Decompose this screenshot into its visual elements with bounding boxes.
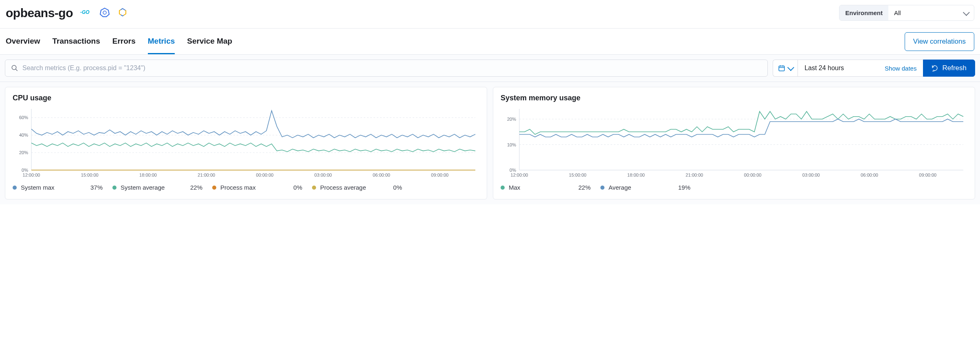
svg-text:09:00:00: 09:00:00 <box>919 173 936 177</box>
legend-dot-icon <box>600 186 604 190</box>
svg-text:60%: 60% <box>19 115 28 120</box>
legend-label: Average <box>609 184 631 191</box>
svg-text:15:00:00: 15:00:00 <box>569 173 587 177</box>
tab-service-map[interactable]: Service Map <box>187 29 232 54</box>
legend-item[interactable]: Max22% <box>501 184 600 191</box>
show-dates-link[interactable]: Show dates <box>885 65 916 72</box>
memory-usage-chart: 0%10%20%12:00:0015:00:0018:00:0021:00:00… <box>501 106 967 180</box>
legend-dot-icon <box>112 186 116 190</box>
panel-title: System memory usage <box>501 94 967 102</box>
tab-errors[interactable]: Errors <box>112 29 136 54</box>
environment-selector[interactable]: Environment All <box>839 5 974 21</box>
refresh-icon <box>932 65 938 71</box>
legend-value: 22% <box>190 184 202 191</box>
time-range-display[interactable]: Last 24 hours Show dates <box>798 60 923 77</box>
legend-dot-icon <box>501 186 505 190</box>
tab-overview[interactable]: Overview <box>6 29 40 54</box>
legend-label: System max <box>21 184 55 191</box>
svg-point-2 <box>103 11 106 14</box>
svg-text:12:00:00: 12:00:00 <box>23 173 40 177</box>
svg-text:0%: 0% <box>510 168 516 173</box>
legend-label: Process max <box>220 184 256 191</box>
chevron-down-icon <box>963 9 970 16</box>
search-input[interactable] <box>22 64 762 72</box>
filter-bar: Last 24 hours Show dates Refresh <box>0 55 980 82</box>
cloud-icon <box>118 7 127 18</box>
legend-value: 22% <box>578 184 591 191</box>
panels-row: CPU usage 0%20%40%60%12:00:0015:00:0018:… <box>0 82 980 204</box>
svg-text:18:00:00: 18:00:00 <box>627 173 645 177</box>
svg-text:-GO: -GO <box>80 9 90 15</box>
svg-rect-7 <box>779 66 784 71</box>
svg-text:09:00:00: 09:00:00 <box>431 173 448 177</box>
tabs-bar: OverviewTransactionsErrorsMetricsService… <box>0 29 980 55</box>
svg-text:20%: 20% <box>19 150 28 155</box>
svg-text:10%: 10% <box>507 142 516 147</box>
legend-item[interactable]: System average22% <box>112 184 212 191</box>
cpu-usage-chart: 0%20%40%60%12:00:0015:00:0018:00:0021:00… <box>13 106 479 180</box>
tab-transactions[interactable]: Transactions <box>53 29 100 54</box>
search-input-wrapper[interactable] <box>5 60 768 77</box>
svg-text:06:00:00: 06:00:00 <box>861 173 878 177</box>
legend-item[interactable]: Process average0% <box>312 184 412 191</box>
svg-text:15:00:00: 15:00:00 <box>81 173 99 177</box>
svg-text:0%: 0% <box>22 168 28 173</box>
view-correlations-button[interactable]: View correlations <box>905 32 974 51</box>
legend-dot-icon <box>312 186 316 190</box>
cpu-usage-panel: CPU usage 0%20%40%60%12:00:0015:00:0018:… <box>5 87 487 199</box>
svg-text:12:00:00: 12:00:00 <box>511 173 528 177</box>
svg-text:03:00:00: 03:00:00 <box>802 173 820 177</box>
legend-value: 0% <box>293 184 302 191</box>
go-lang-icon: -GO <box>80 9 92 17</box>
legend-value: 37% <box>90 184 103 191</box>
page-header: opbeans-go -GO Environment All <box>0 0 980 29</box>
svg-text:20%: 20% <box>507 117 516 122</box>
time-range-label: Last 24 hours <box>804 64 844 72</box>
svg-point-5 <box>12 65 16 70</box>
svg-text:00:00:00: 00:00:00 <box>256 173 274 177</box>
search-icon <box>11 64 18 72</box>
legend-value: 19% <box>678 184 690 191</box>
svg-text:40%: 40% <box>19 133 28 137</box>
svg-text:21:00:00: 21:00:00 <box>686 173 703 177</box>
svg-text:00:00:00: 00:00:00 <box>744 173 762 177</box>
legend-label: System average <box>121 184 165 191</box>
legend-item[interactable]: Process max0% <box>212 184 312 191</box>
time-picker-button[interactable] <box>773 60 798 77</box>
legend-label: Process average <box>320 184 366 191</box>
environment-label: Environment <box>839 5 888 20</box>
refresh-button[interactable]: Refresh <box>923 60 975 77</box>
svg-text:06:00:00: 06:00:00 <box>373 173 390 177</box>
svg-line-6 <box>15 69 18 71</box>
legend-dot-icon <box>212 186 216 190</box>
svg-marker-1 <box>100 8 109 17</box>
calendar-icon <box>778 64 785 72</box>
legend-label: Max <box>509 184 520 191</box>
page-title: opbeans-go <box>6 6 73 20</box>
svg-text:03:00:00: 03:00:00 <box>314 173 332 177</box>
tab-metrics[interactable]: Metrics <box>148 29 175 54</box>
environment-value: All <box>894 9 901 16</box>
svg-text:18:00:00: 18:00:00 <box>139 173 157 177</box>
svg-text:21:00:00: 21:00:00 <box>198 173 215 177</box>
legend-dot-icon <box>13 186 17 190</box>
memory-usage-panel: System memory usage 0%10%20%12:00:0015:0… <box>493 87 975 199</box>
chevron-down-icon <box>787 64 794 71</box>
kubernetes-icon <box>100 7 110 18</box>
legend-item[interactable]: Average19% <box>600 184 700 191</box>
legend-item[interactable]: System max37% <box>13 184 112 191</box>
legend-value: 0% <box>393 184 402 191</box>
panel-title: CPU usage <box>13 94 479 102</box>
